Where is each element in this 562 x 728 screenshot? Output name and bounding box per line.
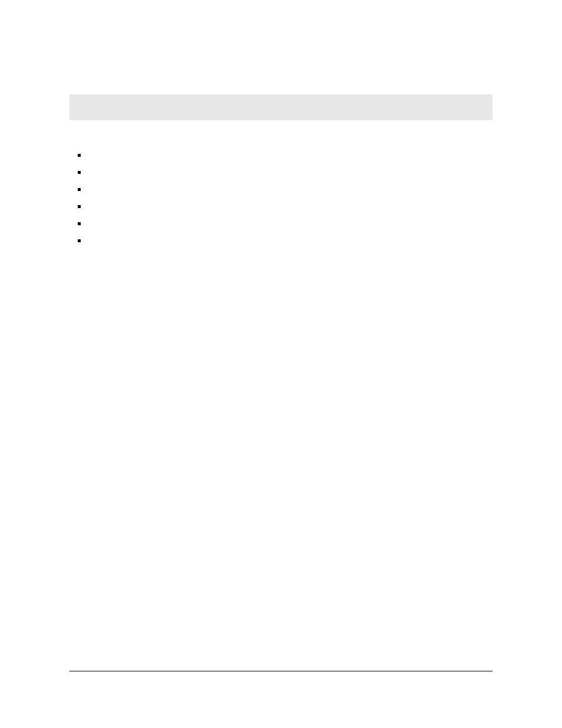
list-item bbox=[78, 216, 492, 233]
document-page bbox=[0, 0, 562, 728]
bullet-list bbox=[78, 147, 492, 250]
list-item bbox=[78, 164, 492, 182]
footer-rule bbox=[70, 671, 492, 671]
list-item bbox=[78, 182, 492, 199]
list-item bbox=[78, 199, 492, 216]
list-item bbox=[78, 147, 492, 164]
list-item bbox=[78, 233, 492, 250]
section-banner bbox=[70, 94, 492, 120]
